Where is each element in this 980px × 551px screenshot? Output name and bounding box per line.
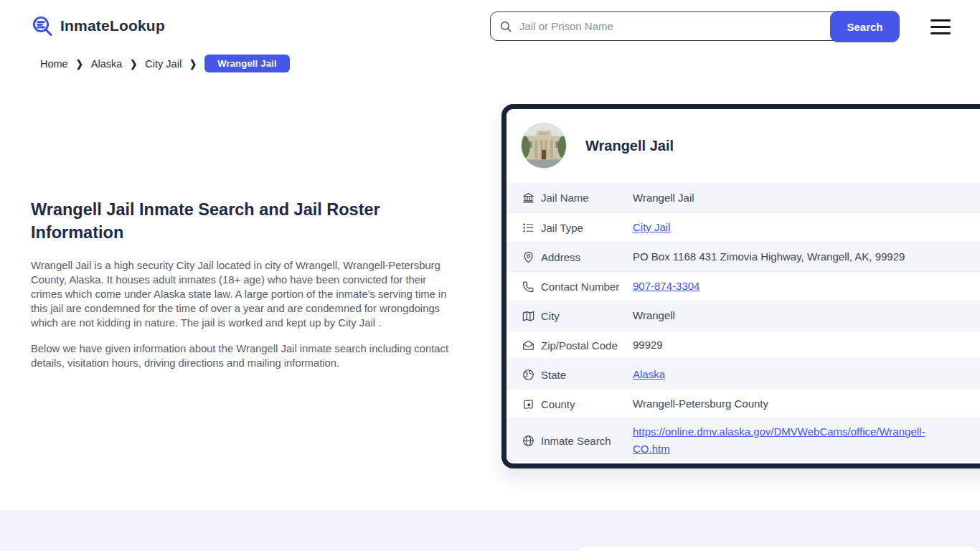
jail-detail-row: Inmate Searchhttps://online.dmv.alaska.g… <box>507 418 980 462</box>
jail-detail-row: CityWrangell <box>507 301 980 330</box>
chevron-right-icon: ❯ <box>130 57 137 69</box>
row-value: 99929 <box>633 336 663 354</box>
article: Wrangell Jail Inmate Search and Jail Ros… <box>31 198 457 370</box>
row-label: State <box>541 369 633 381</box>
jail-detail-row: AddressPO Box 1168 431 Zimovia Highway, … <box>507 242 980 271</box>
jail-detail-row: StateAlaska <box>507 359 980 389</box>
search-button[interactable]: Search <box>830 11 900 42</box>
row-value-link[interactable]: City Jail <box>633 219 671 236</box>
jail-detail-row: Jail TypeCity Jail <box>507 212 980 242</box>
row-label: Inmate Search <box>541 435 633 447</box>
jail-detail-row: CountyWrangell-Petersburg County <box>507 389 980 418</box>
row-value-link[interactable]: 907-874-3304 <box>633 278 699 295</box>
row-label: Contact Number <box>541 281 633 293</box>
row-label: Jail Name <box>541 192 633 204</box>
card-header: Wrangell Jail <box>507 109 980 183</box>
breadcrumb-alaska[interactable]: Alaska <box>91 58 123 70</box>
page-title: Wrangell Jail Inmate Search and Jail Ros… <box>31 198 457 244</box>
breadcrumb: Home ❯ Alaska ❯ City Jail ❯ Wrangell Jai… <box>40 55 290 72</box>
row-label: Address <box>541 251 633 263</box>
page: InmateLookup Search Home ❯ Alaska ❯ City… <box>0 0 980 551</box>
courthouse-photo <box>522 123 566 168</box>
globe-icon <box>521 367 535 382</box>
chevron-right-icon: ❯ <box>76 57 83 69</box>
map-pin-icon <box>521 250 535 264</box>
chevron-right-icon: ❯ <box>189 57 197 69</box>
web-icon <box>521 433 535 448</box>
bank-icon <box>521 191 535 205</box>
row-label: City <box>541 310 633 322</box>
article-paragraph: Wrangell Jail is a high security City Ja… <box>31 258 457 330</box>
brand-logo[interactable]: InmateLookup <box>31 14 165 37</box>
row-value: Wrangell <box>633 307 675 324</box>
breadcrumb-home[interactable]: Home <box>40 58 68 70</box>
menu-icon[interactable] <box>930 19 951 34</box>
next-section-card <box>578 545 979 551</box>
list-icon <box>521 220 535 235</box>
row-value: PO Box 1168 431 Zimovia Highway, Wrangel… <box>633 248 905 265</box>
jail-info-card: Wrangell Jail Jail NameWrangell JailJail… <box>501 104 980 468</box>
mail-icon <box>521 338 535 352</box>
breadcrumb-current-badge: Wrangell Jail <box>204 55 290 72</box>
search-icon <box>499 20 512 33</box>
phone-icon <box>521 279 535 293</box>
brand-name: InmateLookup <box>60 17 165 34</box>
jail-detail-rows: Jail NameWrangell JailJail TypeCity Jail… <box>507 183 980 462</box>
row-label: Jail Type <box>541 222 633 234</box>
jail-detail-row: Contact Number907-874-3304 <box>507 271 980 301</box>
row-label: Zip/Postal Code <box>541 339 633 352</box>
jail-card-title: Wrangell Jail <box>585 138 674 154</box>
breadcrumb-city-jail[interactable]: City Jail <box>145 58 182 70</box>
magnifier-list-icon <box>31 14 54 37</box>
jail-avatar <box>521 123 567 169</box>
map-icon <box>521 309 535 323</box>
county-icon <box>521 397 535 411</box>
article-paragraph: Below we have given information about th… <box>31 342 457 370</box>
row-value: Wrangell-Petersburg County <box>633 395 768 413</box>
search-bar: Search <box>490 11 899 41</box>
jail-detail-row: Jail NameWrangell Jail <box>507 183 980 212</box>
row-label: County <box>541 398 633 410</box>
row-value-link[interactable]: Alaska <box>633 366 665 383</box>
row-value: Wrangell Jail <box>633 189 694 207</box>
jail-detail-row: Zip/Postal Code99929 <box>507 330 980 359</box>
row-value-link[interactable]: https://online.dmv.alaska.gov/DMVWebCams… <box>633 423 957 458</box>
